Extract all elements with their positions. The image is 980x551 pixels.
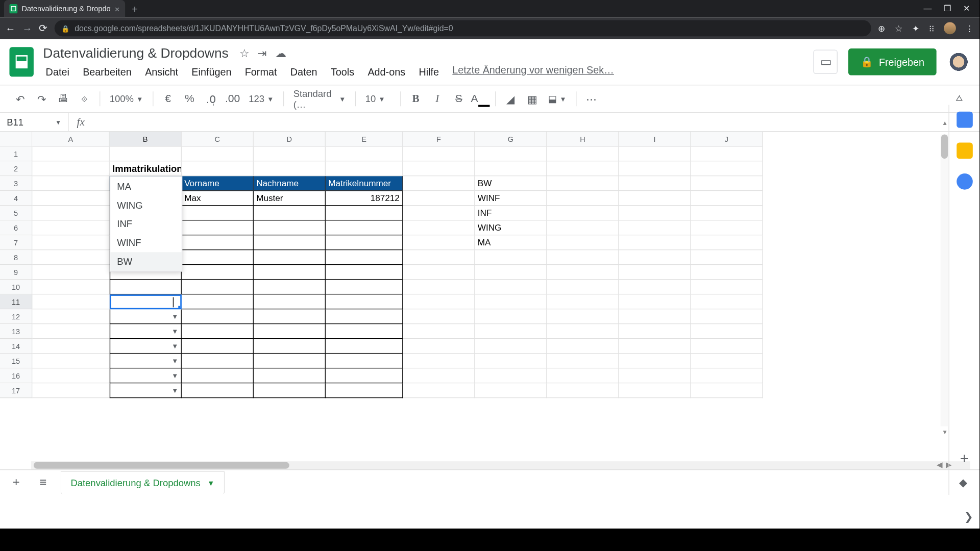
last-edit-link[interactable]: Letzte Änderung vor wenigen Sek… <box>452 64 614 79</box>
add-addon-icon[interactable]: + <box>960 450 969 468</box>
cell[interactable]: ▼ <box>110 309 182 324</box>
italic-icon[interactable]: I <box>428 89 447 108</box>
merge-cells-dropdown[interactable]: ⬓▼ <box>544 93 570 104</box>
menu-data[interactable]: Daten <box>285 64 323 79</box>
profile-avatar-icon[interactable] <box>944 22 956 34</box>
decrease-decimal-icon[interactable]: .0̩ <box>202 89 220 108</box>
cell[interactable]: ▼ <box>110 383 182 398</box>
cloud-status-icon[interactable]: ☁ <box>275 46 286 61</box>
scroll-down-icon[interactable]: ▼ <box>942 429 948 436</box>
cell[interactable] <box>254 146 326 161</box>
cell[interactable] <box>619 368 691 383</box>
cell[interactable] <box>326 324 403 339</box>
column-header[interactable]: E <box>326 132 403 146</box>
extensions-icon[interactable]: ✦ <box>912 23 919 33</box>
close-window-icon[interactable]: ✕ <box>963 4 970 13</box>
fill-color-icon[interactable]: ◢ <box>501 89 520 108</box>
row-header[interactable]: 16 <box>0 368 32 383</box>
cell[interactable] <box>254 309 326 324</box>
row-header[interactable]: 2 <box>0 161 32 176</box>
undo-icon[interactable]: ↶ <box>11 89 30 108</box>
reload-icon[interactable]: ⟳ <box>39 22 47 34</box>
cell[interactable] <box>547 191 619 206</box>
row-header[interactable]: 8 <box>0 250 32 265</box>
dropdown-option[interactable]: BW <box>110 252 182 271</box>
cell[interactable] <box>475 294 547 309</box>
cell[interactable] <box>32 354 110 368</box>
cell[interactable] <box>254 161 326 176</box>
menu-addons[interactable]: Add-ons <box>362 64 411 79</box>
cell[interactable]: WING <box>475 220 547 235</box>
cell[interactable] <box>619 354 691 368</box>
cell[interactable] <box>547 309 619 324</box>
cell[interactable]: Vorname <box>182 176 254 191</box>
cell[interactable] <box>182 206 254 220</box>
row-header[interactable]: 4 <box>0 191 32 206</box>
add-sheet-button[interactable]: + <box>7 473 26 492</box>
cell[interactable] <box>326 161 403 176</box>
cell[interactable] <box>110 280 182 294</box>
document-title[interactable]: Datenvalidierung & Dropdowns <box>40 44 231 63</box>
cell[interactable] <box>254 250 326 265</box>
name-box[interactable]: B11 ▼ <box>0 113 68 131</box>
cell[interactable] <box>326 280 403 294</box>
cell[interactable] <box>254 324 326 339</box>
cell[interactable] <box>475 161 547 176</box>
cell[interactable]: INF <box>475 206 547 220</box>
cell[interactable]: Max <box>182 191 254 206</box>
zoom-dropdown[interactable]: 100%▼ <box>106 93 147 104</box>
cell[interactable] <box>254 294 326 309</box>
zoom-icon[interactable]: ⊕ <box>878 23 885 33</box>
dropdown-option[interactable]: INF <box>110 214 182 233</box>
cell[interactable] <box>403 280 475 294</box>
close-tab-icon[interactable]: × <box>115 4 120 14</box>
cell[interactable] <box>619 206 691 220</box>
cell[interactable]: Nachname <box>254 176 326 191</box>
cell[interactable] <box>403 265 475 280</box>
cell[interactable]: ▼ <box>110 324 182 339</box>
move-icon[interactable]: ⇥ <box>257 46 266 61</box>
cell[interactable] <box>691 354 763 368</box>
cell[interactable] <box>326 250 403 265</box>
scroll-up-icon[interactable]: ▲ <box>942 120 948 127</box>
maximize-icon[interactable]: ❐ <box>944 4 951 13</box>
cell[interactable] <box>691 265 763 280</box>
cell[interactable] <box>182 324 254 339</box>
column-header[interactable]: G <box>475 132 547 146</box>
column-header[interactable]: H <box>547 132 619 146</box>
cell[interactable] <box>691 161 763 176</box>
cell[interactable] <box>547 368 619 383</box>
cell[interactable]: BW <box>475 176 547 191</box>
cell[interactable] <box>691 324 763 339</box>
cell[interactable] <box>619 265 691 280</box>
text-color-icon[interactable]: A <box>471 89 490 108</box>
back-icon[interactable]: ← <box>6 22 16 34</box>
borders-icon[interactable]: ▦ <box>523 89 542 108</box>
cell[interactable] <box>619 146 691 161</box>
cell[interactable] <box>32 339 110 354</box>
cell[interactable] <box>475 324 547 339</box>
cell[interactable] <box>619 309 691 324</box>
cell[interactable] <box>691 146 763 161</box>
cell[interactable] <box>326 339 403 354</box>
cell[interactable] <box>326 146 403 161</box>
cell[interactable] <box>254 265 326 280</box>
cell[interactable] <box>475 368 547 383</box>
calendar-icon[interactable] <box>957 112 973 128</box>
cell[interactable] <box>254 339 326 354</box>
cell[interactable] <box>547 265 619 280</box>
cell[interactable] <box>619 324 691 339</box>
cell[interactable] <box>619 161 691 176</box>
column-header[interactable]: D <box>254 132 326 146</box>
cell[interactable] <box>182 280 254 294</box>
print-icon[interactable]: 🖶 <box>54 89 72 108</box>
cell[interactable] <box>547 235 619 250</box>
cell[interactable] <box>403 354 475 368</box>
url-field[interactable]: 🔒 docs.google.com/spreadsheets/d/1JKUDAN… <box>55 20 871 37</box>
dropdown-arrow-icon[interactable]: ▼ <box>172 387 178 394</box>
cell[interactable] <box>32 250 110 265</box>
forward-icon[interactable]: → <box>22 22 32 34</box>
side-panel-collapse-icon[interactable]: ❯ <box>964 510 973 523</box>
formula-input[interactable] <box>93 113 979 131</box>
cell[interactable] <box>619 294 691 309</box>
